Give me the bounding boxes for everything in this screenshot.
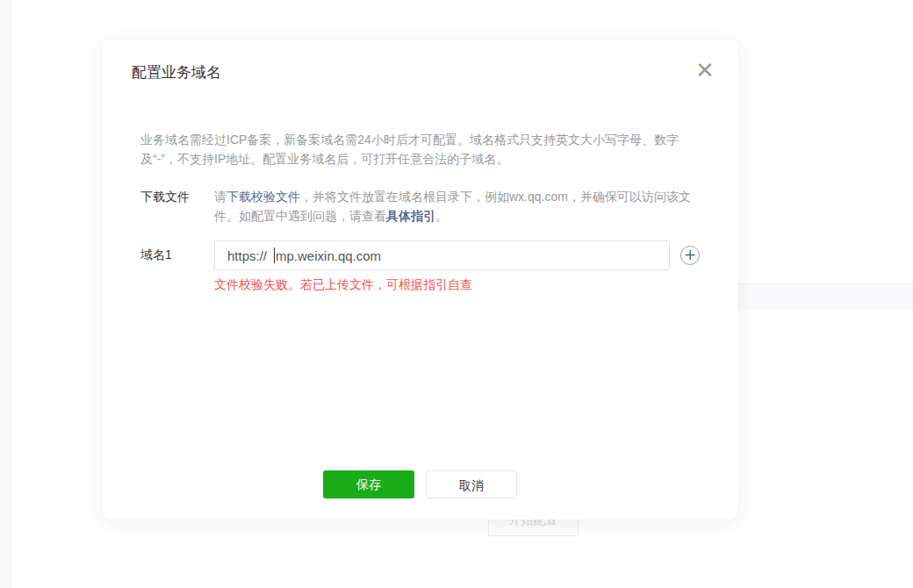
download-file-label: 下载文件 bbox=[140, 187, 214, 226]
specific-guide-link[interactable]: 具体指引 bbox=[386, 209, 435, 223]
close-icon[interactable]: ✕ bbox=[694, 59, 716, 82]
domain-1-label: 域名1 bbox=[140, 247, 172, 263]
configure-domain-modal: 配置业务域名 ✕ 业务域名需经过ICP备案，新备案域名需24小时后才可配置。域名… bbox=[102, 39, 738, 520]
download-file-instructions: 请下载校验文件，并将文件放置在域名根目录下，例如wx.qq.com，并确保可以访… bbox=[214, 187, 709, 226]
download-verification-file-link[interactable]: 下载校验文件 bbox=[226, 190, 300, 204]
download-file-row: 下载文件 请下载校验文件，并将文件放置在域名根目录下，例如wx.qq.com，并… bbox=[140, 187, 709, 226]
file-verification-error: 文件校验失败。若已上传文件，可根据指引自查 bbox=[214, 277, 472, 293]
domain-input-value: mp.weixin.qq.com bbox=[276, 248, 381, 263]
domain-input[interactable]: https:// mp.weixin.qq.com bbox=[214, 240, 670, 270]
domain-requirements-text: 业务域名需经过ICP备案，新备案域名需24小时后才可配置。域名格式只支持英文大小… bbox=[140, 130, 688, 169]
modal-footer: 保存 取消 bbox=[102, 470, 738, 498]
add-domain-icon[interactable]: + bbox=[680, 246, 700, 265]
text-cursor bbox=[274, 247, 275, 263]
modal-title: 配置业务域名 bbox=[132, 62, 221, 82]
save-button[interactable]: 保存 bbox=[323, 470, 414, 498]
background-band bbox=[729, 284, 913, 310]
cancel-button[interactable]: 取消 bbox=[426, 470, 517, 498]
instructions-text-after: 。 bbox=[435, 209, 448, 223]
domain-input-prefix: https:// bbox=[227, 248, 267, 263]
instructions-text-before: 请 bbox=[214, 190, 226, 204]
background-sidebar-edge bbox=[0, 0, 11, 588]
